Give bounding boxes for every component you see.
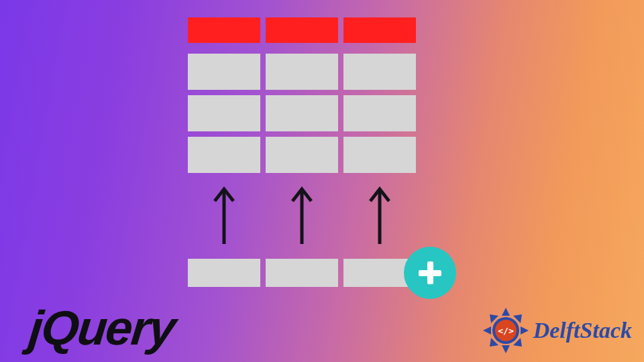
table-cell [266, 137, 338, 173]
header-cell [343, 17, 416, 43]
table-header-row [188, 17, 416, 43]
table-cell [266, 95, 338, 131]
table-row [188, 54, 416, 90]
delftstack-text: DelftStack [533, 318, 632, 343]
new-row [188, 259, 416, 287]
svg-marker-7 [502, 345, 510, 353]
add-row-badge [404, 247, 456, 299]
header-cell [188, 17, 260, 43]
table-cell [343, 95, 416, 131]
table-cell [188, 54, 260, 90]
table-row [188, 137, 416, 173]
table-cell [343, 137, 416, 173]
svg-marker-3 [502, 308, 510, 316]
arrow-up-icon [288, 185, 315, 245]
table-cell [266, 54, 338, 90]
new-row-cell [188, 259, 260, 287]
svg-marker-9 [483, 326, 491, 335]
table-diagram [188, 17, 416, 178]
table-cell [343, 54, 416, 90]
header-cell [266, 17, 338, 43]
table-cell [188, 95, 260, 131]
delftstack-logo: </> DelftStack [482, 307, 632, 354]
arrow-up-icon [366, 185, 393, 245]
svg-marker-5 [521, 326, 529, 335]
table-row [188, 95, 416, 131]
svg-text:</>: </> [498, 326, 514, 336]
plus-icon [427, 261, 433, 284]
jquery-logo: jQuery [27, 300, 178, 355]
delftstack-emblem-icon: </> [482, 307, 529, 354]
arrow-up-icon [211, 185, 237, 245]
new-row-cell [266, 259, 338, 287]
table-cell [188, 137, 260, 173]
insert-arrows [188, 180, 416, 250]
